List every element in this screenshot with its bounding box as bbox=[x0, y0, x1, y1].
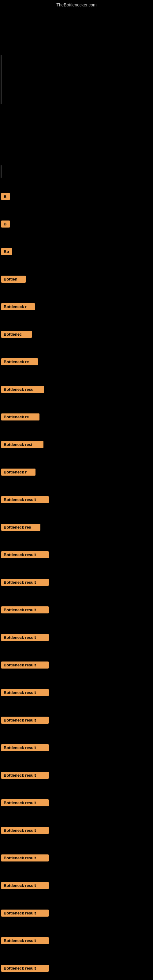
site-title: TheBottlenecker.com bbox=[56, 2, 97, 7]
bottleneck-item-5[interactable]: Bottlenec bbox=[1, 331, 32, 338]
bottleneck-item-17[interactable]: Bottleneck result bbox=[1, 662, 49, 668]
bottleneck-item-15[interactable]: Bottleneck result bbox=[1, 606, 49, 613]
bottleneck-item-13[interactable]: Bottleneck result bbox=[1, 551, 49, 558]
bottleneck-item-8[interactable]: Bottleneck re bbox=[1, 414, 40, 420]
bottleneck-item-25[interactable]: Bottleneck result bbox=[1, 882, 49, 889]
bottleneck-item-1[interactable]: B bbox=[1, 221, 10, 228]
bottleneck-item-22[interactable]: Bottleneck result bbox=[1, 799, 49, 807]
bottleneck-item-10[interactable]: Bottleneck r bbox=[1, 469, 35, 476]
bottleneck-item-21[interactable]: Bottleneck result bbox=[1, 772, 49, 779]
bottleneck-item-23[interactable]: Bottleneck result bbox=[1, 827, 49, 834]
bottleneck-item-19[interactable]: Bottleneck result bbox=[1, 717, 49, 724]
bottleneck-item-14[interactable]: Bottleneck result bbox=[1, 579, 49, 586]
bottleneck-item-2[interactable]: Bo bbox=[1, 248, 12, 255]
left-bar-top bbox=[1, 55, 2, 104]
bottleneck-item-11[interactable]: Bottleneck result bbox=[1, 496, 49, 503]
bottleneck-item-20[interactable]: Bottleneck result bbox=[1, 744, 49, 751]
bottleneck-item-9[interactable]: Bottleneck resi bbox=[1, 441, 43, 448]
bottleneck-item-4[interactable]: Bottleneck r bbox=[1, 303, 35, 310]
bottleneck-item-26[interactable]: Bottleneck result bbox=[1, 910, 49, 916]
bottleneck-item-24[interactable]: Bottleneck result bbox=[1, 854, 49, 861]
bottleneck-item-7[interactable]: Bottleneck resu bbox=[1, 386, 44, 393]
bottleneck-item-6[interactable]: Bottleneck re bbox=[1, 358, 38, 365]
bottleneck-item-3[interactable]: Bottlen bbox=[1, 275, 26, 283]
bottleneck-item-12[interactable]: Bottleneck res bbox=[1, 524, 40, 531]
bottleneck-item-16[interactable]: Bottleneck result bbox=[1, 634, 49, 641]
bottleneck-item-18[interactable]: Bottleneck result bbox=[1, 689, 49, 696]
left-bar-mid bbox=[1, 165, 2, 178]
bottleneck-item-27[interactable]: Bottleneck result bbox=[1, 937, 49, 944]
bottleneck-item-28[interactable]: Bottleneck result bbox=[1, 965, 49, 972]
bottleneck-item-0[interactable]: B bbox=[1, 193, 10, 200]
